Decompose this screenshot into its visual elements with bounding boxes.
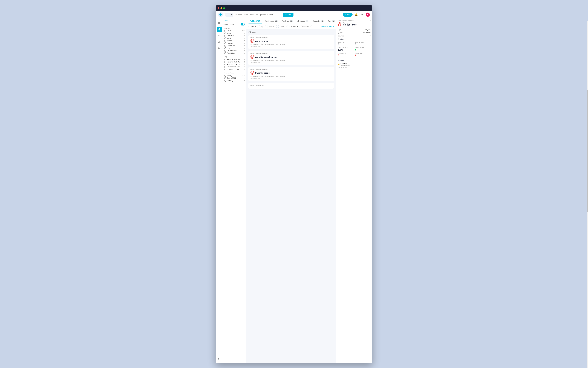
filter-mysql-checkbox[interactable] (224, 37, 226, 39)
close-dot[interactable] (218, 7, 219, 9)
filter-mssql-checkbox[interactable] (224, 33, 226, 34)
filter-sn-oracle[interactable]: oracle_ 225 (224, 75, 245, 77)
search-type-select[interactable]: All (226, 13, 233, 17)
filter-tag-pill[interactable]: Tag ▼ (259, 25, 266, 28)
filter-singlestore-checkbox[interactable] (224, 52, 226, 54)
content-area: Tables 272 Dashboards 19 Pipelines 88 ML… (247, 18, 336, 363)
tab-dashboards[interactable]: Dashboards 19 (263, 18, 279, 24)
clear-all-link[interactable]: Clear All (224, 20, 230, 22)
queries-label: Queries (338, 32, 343, 34)
notifications-button[interactable]: 🔔 (354, 13, 358, 17)
filter-panel: Clear All Show Deleted Service Oracle 22… (223, 18, 247, 363)
advanced-search-link[interactable]: Advanced Search (321, 26, 334, 28)
show-deleted-label: Show Deleted (224, 23, 234, 25)
filter-tag-3[interactable]: PRIVACY_CATEGO... 1 (224, 64, 245, 65)
sidebar-item-explore[interactable] (217, 27, 222, 32)
type-value: Regular (365, 29, 371, 31)
avatar[interactable]: A (366, 13, 370, 17)
result-card-4[interactable]: oracle_ / default / sys (248, 83, 334, 89)
type-label: Type (338, 29, 341, 31)
tab-pipelines[interactable]: Pipelines 88 (280, 18, 294, 24)
columns-value: 7 (370, 35, 371, 37)
filter-service-pill[interactable]: Service ▼ (267, 25, 277, 28)
filter-tag-3-checkbox[interactable] (224, 64, 226, 65)
filter-snowflake[interactable]: Snowflake 8 (224, 35, 245, 37)
filter-sn-mssql-checkbox[interactable] (224, 77, 226, 79)
filter-bigquery-checkbox[interactable] (224, 43, 226, 44)
filter-oracle-checkbox[interactable] (224, 30, 226, 32)
tab-glossaries[interactable]: Glossaries 2 (311, 18, 325, 24)
filter-athena-checkbox[interactable] (224, 40, 226, 42)
filter-bigquery[interactable]: BigQuery 3 (224, 42, 245, 44)
results-area: 272 results oracle_ / default / rdsadmin… (247, 29, 336, 363)
filter-sn-mssql[interactable]: Test_MSSQL 7 (224, 77, 245, 79)
filter-tag-2-checkbox[interactable] (224, 61, 226, 63)
filter-sn-athena-checkbox[interactable] (224, 80, 226, 82)
filter-lakeformation[interactable]: Lakeformation 3 (224, 50, 245, 52)
maximize-dot[interactable] (223, 7, 225, 9)
filter-hive-checkbox[interactable] (224, 47, 226, 49)
result-3-desc: No description (250, 77, 332, 79)
tests-passed-label: Tests Passed (355, 47, 371, 48)
oracle-icon-1 (250, 39, 254, 43)
filter-tag-5[interactable]: SEMANTIC_CATEG... 1 (224, 68, 245, 70)
schema-type: Type: VARCHAR (340, 64, 350, 66)
search-button[interactable]: Search (283, 13, 294, 17)
settings-button[interactable]: ⚙ (360, 13, 364, 17)
search-input[interactable] (233, 13, 283, 17)
detail-sub: rds_sys_privs (342, 22, 357, 24)
tab-ml-models[interactable]: ML Models 0 (295, 18, 310, 24)
sidebar-item-database[interactable]: 🏛 (217, 46, 222, 51)
columns-label: Columns (338, 35, 344, 37)
tab-tables[interactable]: Tables 272 (248, 18, 262, 24)
row-count-label: Row Count (338, 41, 353, 43)
sidebar-item-logout[interactable] (217, 356, 222, 361)
result-card-2[interactable]: oracle_ / default / rdsadmin rds_xtts_op… (248, 51, 334, 65)
filter-tag-5-checkbox[interactable] (224, 69, 226, 70)
filter-tag-1-checkbox[interactable] (224, 59, 226, 60)
svg-rect-11 (220, 41, 220, 43)
tests-passed-value: 0 (355, 49, 371, 51)
show-deleted-toggle[interactable] (240, 23, 245, 26)
detail-body: Type Regular Queries No Queries Columns … (336, 27, 372, 70)
detail-oracle-icon (338, 22, 341, 26)
result-card-3[interactable]: oracle_ / default / rdsadmin tracefile_l… (248, 67, 334, 81)
result-3-breadcrumb: oracle_ / default / rdsadmin (250, 69, 332, 70)
filter-lakeformation-checkbox[interactable] (224, 50, 226, 52)
top-bar-right: ⊕ Add 🔔 ⚙ A (343, 13, 370, 17)
filter-tag-4[interactable]: PersonalData.Perso... 1 (224, 66, 245, 68)
filter-tag-4-checkbox[interactable] (224, 66, 226, 68)
minimize-dot[interactable] (220, 7, 222, 9)
sidebar-item-grid[interactable] (217, 20, 222, 26)
tests-failed-label: Tests Failed (355, 52, 371, 54)
filter-schema-pill[interactable]: Schema ▼ (289, 25, 300, 28)
result-1-meta: No Owner | No Tier | Usage 0th pctile | … (250, 44, 332, 45)
filter-hive[interactable]: Hive 3 (224, 47, 245, 49)
schema-title: Schema (338, 59, 371, 61)
tag-section-title: Tag (224, 56, 245, 57)
result-3-name: tracefile_listing (255, 72, 270, 74)
filter-database-pill[interactable]: Database ▼ (301, 25, 312, 28)
result-2-meta: No Owner | No Tier | Usage 0th pctile | … (250, 59, 332, 61)
filter-athena[interactable]: Athena 4 (224, 40, 245, 42)
filter-owner-pill[interactable]: Owner ▼ (248, 25, 258, 28)
filter-oracle[interactable]: Oracle 225 (224, 30, 245, 32)
sidebar-item-chart[interactable] (217, 39, 222, 45)
filter-tag-1[interactable]: Personal Bank Dat... 2 (224, 59, 245, 60)
detail-close-button[interactable]: ✕ (369, 20, 371, 22)
sidebar-item-settings[interactable]: ⚙ (217, 33, 222, 38)
result-card-1[interactable]: oracle_ / default / rdsadmin rds_sys_pri… (248, 35, 334, 49)
owner-chevron-icon: ▼ (255, 26, 256, 27)
tab-tags[interactable]: Tags 16 (326, 18, 336, 24)
filter-column-pill[interactable]: Column ▼ (278, 25, 288, 28)
filter-clickhouse-checkbox[interactable] (224, 45, 226, 47)
filter-sn-oracle-checkbox[interactable] (224, 75, 226, 77)
filter-tag-2[interactable]: Personal Bank Dat... 2 (224, 61, 245, 63)
filter-sn-athena[interactable]: Athena_ 4 (224, 80, 245, 82)
filter-singlestore[interactable]: SingleStore 3 (224, 52, 245, 54)
filter-mssql[interactable]: Mssql 8 (224, 32, 245, 34)
filter-mysql[interactable]: Mysql 6 (224, 37, 245, 39)
add-button[interactable]: ⊕ Add (343, 13, 353, 17)
filter-snowflake-checkbox[interactable] (224, 35, 226, 37)
filter-clickhouse[interactable]: Clickhouse 3 (224, 45, 245, 47)
